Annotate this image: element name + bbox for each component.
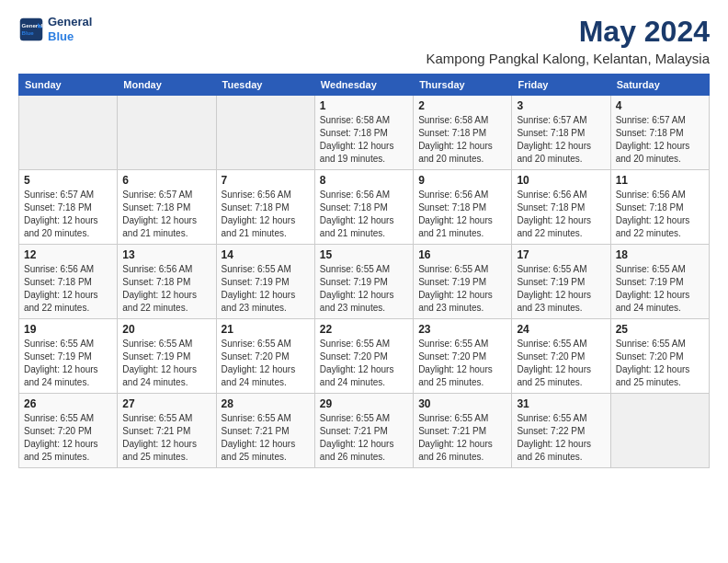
day-number: 11 [616,174,704,187]
calendar-cell: 19Sunrise: 6:55 AM Sunset: 7:19 PM Dayli… [19,319,118,394]
calendar-week-5: 26Sunrise: 6:55 AM Sunset: 7:20 PM Dayli… [19,394,710,468]
logo-line1: General [48,15,92,29]
calendar-cell: 26Sunrise: 6:55 AM Sunset: 7:20 PM Dayli… [19,394,118,468]
weekday-header-row: SundayMondayTuesdayWednesdayThursdayFrid… [19,75,710,96]
day-info: Sunrise: 6:56 AM Sunset: 7:18 PM Dayligh… [320,189,408,240]
day-info: Sunrise: 6:56 AM Sunset: 7:18 PM Dayligh… [222,189,310,240]
day-number: 12 [24,248,112,261]
calendar-cell: 10Sunrise: 6:56 AM Sunset: 7:18 PM Dayli… [512,170,610,245]
day-info: Sunrise: 6:55 AM Sunset: 7:21 PM Dayligh… [222,412,310,464]
main-title: May 2024 [426,15,710,49]
day-info: Sunrise: 6:56 AM Sunset: 7:18 PM Dayligh… [517,189,605,240]
calendar-week-3: 12Sunrise: 6:56 AM Sunset: 7:18 PM Dayli… [19,245,710,319]
day-number: 17 [517,248,605,261]
calendar-cell: 12Sunrise: 6:56 AM Sunset: 7:18 PM Dayli… [19,245,118,319]
calendar-cell: 31Sunrise: 6:55 AM Sunset: 7:22 PM Dayli… [512,394,610,468]
calendar-cell: 30Sunrise: 6:55 AM Sunset: 7:21 PM Dayli… [414,394,512,468]
calendar-cell: 14Sunrise: 6:55 AM Sunset: 7:19 PM Dayli… [216,245,314,319]
day-number: 7 [222,174,310,187]
day-info: Sunrise: 6:55 AM Sunset: 7:19 PM Dayligh… [222,263,310,315]
day-number: 20 [122,323,210,336]
weekday-header-tuesday: Tuesday [216,75,314,96]
calendar-cell: 25Sunrise: 6:55 AM Sunset: 7:20 PM Dayli… [610,319,709,394]
calendar-week-2: 5Sunrise: 6:57 AM Sunset: 7:18 PM Daylig… [19,170,710,245]
page-container: General Blue General Blue May 2024 Kampo… [18,15,710,468]
calendar-cell: 17Sunrise: 6:55 AM Sunset: 7:19 PM Dayli… [512,245,610,319]
day-info: Sunrise: 6:56 AM Sunset: 7:18 PM Dayligh… [122,263,210,315]
calendar-table: SundayMondayTuesdayWednesdayThursdayFrid… [18,74,710,468]
weekday-header-wednesday: Wednesday [314,75,413,96]
day-number: 23 [418,323,506,336]
day-info: Sunrise: 6:55 AM Sunset: 7:19 PM Dayligh… [517,263,605,315]
day-number: 29 [320,397,408,410]
day-info: Sunrise: 6:58 AM Sunset: 7:18 PM Dayligh… [320,114,408,166]
calendar-cell: 1Sunrise: 6:58 AM Sunset: 7:18 PM Daylig… [314,96,413,170]
day-number: 21 [222,323,310,336]
day-info: Sunrise: 6:57 AM Sunset: 7:18 PM Dayligh… [24,189,112,240]
day-number: 22 [320,323,408,336]
day-info: Sunrise: 6:55 AM Sunset: 7:21 PM Dayligh… [418,412,506,464]
day-number: 30 [418,397,506,410]
day-info: Sunrise: 6:55 AM Sunset: 7:21 PM Dayligh… [320,412,408,464]
day-number: 2 [418,99,506,112]
day-info: Sunrise: 6:56 AM Sunset: 7:18 PM Dayligh… [418,189,506,240]
calendar-cell: 20Sunrise: 6:55 AM Sunset: 7:19 PM Dayli… [118,319,216,394]
calendar-cell: 16Sunrise: 6:55 AM Sunset: 7:19 PM Dayli… [414,245,512,319]
day-info: Sunrise: 6:55 AM Sunset: 7:19 PM Dayligh… [122,338,210,389]
calendar-cell: 13Sunrise: 6:56 AM Sunset: 7:18 PM Dayli… [118,245,216,319]
calendar-cell: 6Sunrise: 6:57 AM Sunset: 7:18 PM Daylig… [118,170,216,245]
title-block: May 2024 Kampong Pangkal Kalong, Kelanta… [426,15,710,66]
day-number: 15 [320,248,408,261]
day-info: Sunrise: 6:55 AM Sunset: 7:20 PM Dayligh… [616,338,704,389]
logo: General Blue General Blue [18,15,92,43]
day-info: Sunrise: 6:55 AM Sunset: 7:19 PM Dayligh… [418,263,506,315]
day-info: Sunrise: 6:55 AM Sunset: 7:21 PM Dayligh… [122,412,210,464]
subtitle: Kampong Pangkal Kalong, Kelantan, Malays… [426,51,710,66]
calendar-cell: 2Sunrise: 6:58 AM Sunset: 7:18 PM Daylig… [414,96,512,170]
logo-icon: General Blue [18,17,44,42]
day-number: 10 [517,174,605,187]
day-number: 8 [320,174,408,187]
day-info: Sunrise: 6:55 AM Sunset: 7:19 PM Dayligh… [320,263,408,315]
calendar-cell: 5Sunrise: 6:57 AM Sunset: 7:18 PM Daylig… [19,170,118,245]
calendar-cell [118,96,216,170]
day-number: 6 [122,174,210,187]
calendar-cell: 29Sunrise: 6:55 AM Sunset: 7:21 PM Dayli… [314,394,413,468]
day-info: Sunrise: 6:55 AM Sunset: 7:20 PM Dayligh… [418,338,506,389]
day-number: 31 [517,397,605,410]
calendar-cell: 28Sunrise: 6:55 AM Sunset: 7:21 PM Dayli… [216,394,314,468]
calendar-cell: 15Sunrise: 6:55 AM Sunset: 7:19 PM Dayli… [314,245,413,319]
calendar-week-1: 1Sunrise: 6:58 AM Sunset: 7:18 PM Daylig… [19,96,710,170]
logo-line2: Blue [48,29,92,44]
day-info: Sunrise: 6:55 AM Sunset: 7:22 PM Dayligh… [517,412,605,464]
calendar-cell: 27Sunrise: 6:55 AM Sunset: 7:21 PM Dayli… [118,394,216,468]
calendar-week-4: 19Sunrise: 6:55 AM Sunset: 7:19 PM Dayli… [19,319,710,394]
svg-text:Blue: Blue [22,29,35,36]
calendar-cell: 8Sunrise: 6:56 AM Sunset: 7:18 PM Daylig… [314,170,413,245]
calendar-cell: 24Sunrise: 6:55 AM Sunset: 7:20 PM Dayli… [512,319,610,394]
day-info: Sunrise: 6:56 AM Sunset: 7:18 PM Dayligh… [24,263,112,315]
day-info: Sunrise: 6:56 AM Sunset: 7:18 PM Dayligh… [616,189,704,240]
calendar-cell: 4Sunrise: 6:57 AM Sunset: 7:18 PM Daylig… [610,96,709,170]
calendar-cell: 9Sunrise: 6:56 AM Sunset: 7:18 PM Daylig… [414,170,512,245]
day-info: Sunrise: 6:55 AM Sunset: 7:19 PM Dayligh… [616,263,704,315]
day-info: Sunrise: 6:57 AM Sunset: 7:18 PM Dayligh… [122,189,210,240]
weekday-header-saturday: Saturday [610,75,709,96]
day-info: Sunrise: 6:57 AM Sunset: 7:18 PM Dayligh… [616,114,704,166]
day-info: Sunrise: 6:55 AM Sunset: 7:19 PM Dayligh… [24,338,112,389]
header: General Blue General Blue May 2024 Kampo… [18,15,710,66]
day-number: 9 [418,174,506,187]
day-info: Sunrise: 6:55 AM Sunset: 7:20 PM Dayligh… [517,338,605,389]
calendar-cell: 3Sunrise: 6:57 AM Sunset: 7:18 PM Daylig… [512,96,610,170]
day-number: 25 [616,323,704,336]
day-number: 27 [122,397,210,410]
day-number: 1 [320,99,408,112]
weekday-header-friday: Friday [512,75,610,96]
calendar-cell: 23Sunrise: 6:55 AM Sunset: 7:20 PM Dayli… [414,319,512,394]
day-number: 14 [222,248,310,261]
day-number: 5 [24,174,112,187]
calendar-cell [19,96,118,170]
calendar-cell: 7Sunrise: 6:56 AM Sunset: 7:18 PM Daylig… [216,170,314,245]
calendar-cell: 21Sunrise: 6:55 AM Sunset: 7:20 PM Dayli… [216,319,314,394]
calendar-cell [216,96,314,170]
